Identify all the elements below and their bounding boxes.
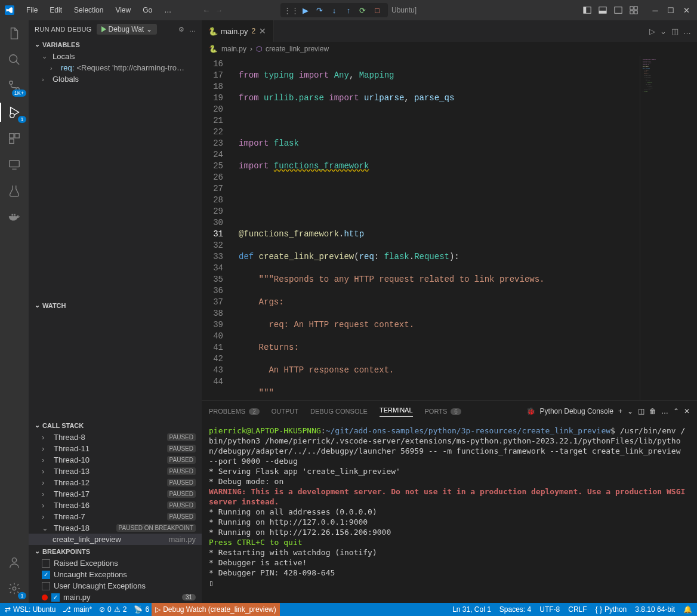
tab-debug-console[interactable]: DEBUG CONSOLE bbox=[310, 408, 368, 415]
dropdown-icon[interactable]: ⌄ bbox=[627, 407, 633, 415]
debug-step-over-icon[interactable]: ↷ bbox=[315, 5, 325, 15]
debug-step-into-icon[interactable]: ↓ bbox=[329, 5, 339, 15]
menu-selection[interactable]: Selection bbox=[69, 5, 108, 16]
close-panel-icon[interactable]: ✕ bbox=[684, 407, 690, 415]
menu-go[interactable]: Go bbox=[138, 5, 157, 16]
language-status[interactable]: { } Python bbox=[596, 605, 627, 614]
thread-row[interactable]: ›Thread-17PAUSED bbox=[29, 488, 202, 500]
checkbox-icon[interactable]: ✓ bbox=[51, 593, 60, 602]
warning-icon: ⚠ bbox=[114, 605, 121, 614]
git-branch[interactable]: ⎇main* bbox=[63, 605, 92, 614]
nav-fwd-icon[interactable]: → bbox=[215, 6, 223, 15]
code-content[interactable]: from typing import Any, Mapping from url… bbox=[234, 56, 640, 400]
thread-row[interactable]: ›Thread-13PAUSED bbox=[29, 466, 202, 477]
debug-restart-icon[interactable]: ⟳ bbox=[358, 5, 368, 15]
encoding-status[interactable]: UTF-8 bbox=[539, 605, 560, 614]
tab-ports[interactable]: PORTS6 bbox=[425, 408, 461, 415]
run-dropdown-icon[interactable]: ⌄ bbox=[660, 27, 667, 36]
thread-row[interactable]: ›Thread-7PAUSED bbox=[29, 511, 202, 522]
window-maximize-icon[interactable]: ☐ bbox=[665, 4, 677, 16]
activity-account-icon[interactable] bbox=[6, 554, 23, 571]
thread-row[interactable]: ›Thread-12PAUSED bbox=[29, 477, 202, 488]
layout-panel-icon[interactable] bbox=[597, 4, 609, 16]
tab-terminal[interactable]: TERMINAL bbox=[380, 406, 413, 417]
more-icon[interactable]: … bbox=[683, 27, 691, 36]
sidebar-title: RUN AND DEBUG bbox=[35, 26, 92, 33]
thread-row[interactable]: ›Thread-11PAUSED bbox=[29, 443, 202, 454]
nav-back-icon[interactable]: ← bbox=[202, 6, 210, 15]
debug-step-out-icon[interactable]: ↑ bbox=[344, 5, 353, 15]
menu-edit[interactable]: Edit bbox=[45, 5, 67, 16]
checkbox-icon[interactable]: ✓ bbox=[42, 571, 50, 579]
debug-status[interactable]: ▷Debug Watch (create_link_preview) bbox=[152, 603, 280, 616]
notifications-icon[interactable]: 🔔 bbox=[683, 605, 692, 614]
activity-search-icon[interactable] bbox=[6, 51, 23, 68]
section-breakpoints[interactable]: ⌄BREAKPOINTS bbox=[29, 545, 202, 558]
code-editor[interactable]: 1617181920 2122232425 2627282930 3132333… bbox=[202, 56, 697, 400]
problems-status[interactable]: ⊘0 ⚠2 bbox=[99, 605, 127, 614]
activity-source-control-icon[interactable]: 1K+ bbox=[6, 78, 23, 94]
python-version[interactable]: 3.8.10 64-bit bbox=[635, 605, 675, 614]
globals-node[interactable]: ›Globals bbox=[29, 73, 202, 85]
split-terminal-icon[interactable]: ◫ bbox=[638, 407, 644, 415]
activity-extensions-icon[interactable] bbox=[6, 130, 23, 147]
window-close-icon[interactable]: ✕ bbox=[680, 4, 692, 16]
activity-docker-icon[interactable] bbox=[6, 209, 23, 226]
activity-debug-icon[interactable]: 1 bbox=[6, 104, 23, 121]
more-icon[interactable]: … bbox=[661, 407, 668, 415]
cursor-position[interactable]: Ln 31, Col 1 bbox=[452, 605, 491, 614]
eol-status[interactable]: CRLF bbox=[568, 605, 587, 614]
maximize-panel-icon[interactable]: ⌃ bbox=[673, 407, 679, 415]
bp-user-uncaught[interactable]: User Uncaught Exceptions bbox=[29, 580, 202, 592]
run-icon[interactable]: ▷ bbox=[649, 27, 655, 36]
tab-output[interactable]: OUTPUT bbox=[272, 408, 298, 415]
activity-testing-icon[interactable] bbox=[6, 183, 23, 199]
add-terminal-icon[interactable]: + bbox=[618, 407, 622, 415]
tab-problems[interactable]: PROBLEMS2 bbox=[209, 408, 260, 415]
debug-stop-icon[interactable]: □ bbox=[372, 5, 382, 15]
svg-rect-21 bbox=[14, 214, 16, 216]
more-icon[interactable]: … bbox=[189, 26, 196, 33]
close-icon[interactable]: ✕ bbox=[259, 26, 266, 36]
thread-row[interactable]: ›Thread-10PAUSED bbox=[29, 454, 202, 466]
debug-drag-icon[interactable]: ⋮⋮ bbox=[286, 5, 296, 15]
terminal-selector[interactable]: Python Debug Console bbox=[540, 407, 613, 415]
bp-raised[interactable]: Raised Exceptions bbox=[29, 558, 202, 569]
layout-sidebar-left-icon[interactable] bbox=[581, 4, 593, 16]
debug-config-selector[interactable]: Debug Wat ⌄ bbox=[97, 24, 158, 35]
bp-file[interactable]: ✓main.py31 bbox=[29, 592, 202, 603]
menu-file[interactable]: File bbox=[21, 5, 42, 16]
breadcrumb[interactable]: 🐍 main.py › ⬡ create_link_preview bbox=[202, 42, 697, 56]
minimap[interactable]: from typing importfrom urllibimport flas… bbox=[640, 56, 697, 400]
locals-node[interactable]: ⌄Locals bbox=[29, 51, 202, 62]
customize-layout-icon[interactable] bbox=[628, 4, 640, 16]
layout-sidebar-right-icon[interactable] bbox=[612, 4, 624, 16]
split-editor-icon[interactable]: ◫ bbox=[671, 27, 679, 36]
var-req[interactable]: ›req: <Request 'http://charming-tro… bbox=[29, 62, 202, 73]
checkbox-icon[interactable] bbox=[42, 582, 50, 590]
indent-status[interactable]: Spaces: 4 bbox=[499, 605, 531, 614]
thread-row[interactable]: ›Thread-16PAUSED bbox=[29, 500, 202, 511]
checkbox-icon[interactable] bbox=[42, 559, 50, 568]
window-minimize-icon[interactable]: ─ bbox=[649, 4, 661, 16]
gear-icon[interactable]: ⚙ bbox=[178, 26, 184, 33]
debug-continue-icon[interactable]: ▶ bbox=[301, 5, 310, 15]
tab-main-py[interactable]: 🐍 main.py 2 ✕ bbox=[202, 20, 274, 42]
thread-row[interactable]: ⌄Thread-18PAUSED ON BREAKPOINT bbox=[29, 522, 202, 534]
activity-settings-icon[interactable]: 1 bbox=[6, 580, 23, 597]
trash-icon[interactable]: 🗑 bbox=[649, 407, 656, 415]
menu-view[interactable]: View bbox=[110, 5, 135, 16]
ports-status[interactable]: 📡6 bbox=[134, 605, 149, 614]
bp-uncaught[interactable]: ✓Uncaught Exceptions bbox=[29, 569, 202, 580]
stack-frame[interactable]: create_link_preview main.py bbox=[29, 534, 202, 545]
section-watch[interactable]: ⌄WATCH bbox=[29, 299, 202, 312]
section-variables[interactable]: ⌄VARIABLES bbox=[29, 38, 202, 51]
vscode-logo bbox=[5, 5, 14, 15]
remote-indicator[interactable]: ⇄WSL: Ubuntu bbox=[5, 605, 55, 614]
section-callstack[interactable]: ⌄CALL STACK bbox=[29, 419, 202, 432]
menu-more[interactable]: … bbox=[159, 5, 176, 16]
activity-remote-icon[interactable] bbox=[6, 156, 23, 173]
activity-explorer-icon[interactable] bbox=[6, 25, 23, 42]
thread-row[interactable]: ›Thread-8PAUSED bbox=[29, 432, 202, 443]
terminal-content[interactable]: pierrick@LAPTOP-HKU5PNNG:~/git/add-ons-s… bbox=[202, 422, 697, 603]
